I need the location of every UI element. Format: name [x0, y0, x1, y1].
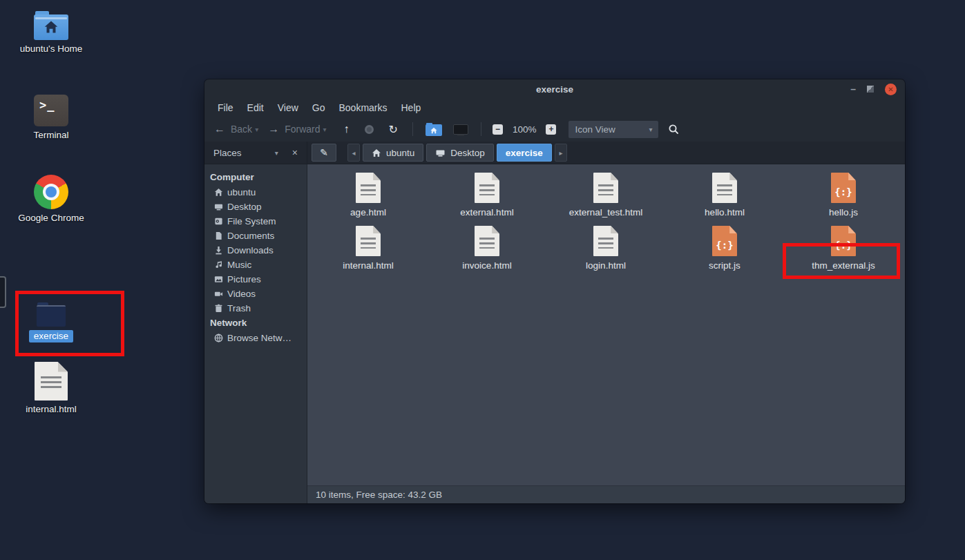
breadcrumb-desktop[interactable]: Desktop	[426, 144, 494, 162]
js-file-icon	[831, 226, 856, 256]
zoom-in-button[interactable]: +	[546, 124, 556, 135]
menu-help[interactable]: Help	[394, 100, 428, 115]
desktop-icon-label: ubuntu's Home	[20, 44, 82, 54]
desktop-icon-terminal[interactable]: >_ Terminal	[9, 95, 93, 140]
file-item[interactable]: hello.html	[665, 168, 784, 221]
sidebar-section-computer: Computer	[204, 170, 307, 185]
html-file-icon	[475, 173, 499, 203]
file-item[interactable]: hello.js	[784, 168, 903, 221]
search-icon[interactable]	[668, 124, 679, 135]
up-directory-icon[interactable]: ↑	[344, 123, 350, 135]
back-button-label[interactable]: Back	[231, 124, 252, 135]
places-close-icon[interactable]: ×	[292, 148, 298, 157]
back-history-caret-icon[interactable]: ▾	[255, 126, 258, 133]
desktop-icon-exercise-folder[interactable]: exercise	[9, 302, 93, 342]
home-folder-button[interactable]	[426, 123, 442, 136]
js-file-icon	[712, 226, 737, 256]
sidebar-item-desktop[interactable]: Desktop	[204, 200, 307, 214]
file-item[interactable]: invoice.html	[428, 221, 546, 274]
desktop-button[interactable]	[453, 124, 468, 135]
menu-go[interactable]: Go	[305, 100, 332, 115]
view-mode-value: Icon View	[575, 124, 615, 135]
places-dropdown-caret-icon[interactable]: ▾	[275, 149, 278, 157]
html-file-icon	[593, 226, 618, 256]
forward-history-caret-icon[interactable]: ▾	[323, 126, 327, 133]
screen-edge-artifact	[0, 276, 6, 308]
refresh-icon[interactable]: ↻	[389, 123, 398, 136]
forward-button-label[interactable]: Forward	[285, 124, 320, 135]
zoom-out-button[interactable]: −	[493, 124, 503, 135]
desktop-icon-label: Google Chrome	[18, 213, 84, 223]
minimize-button[interactable]: –	[850, 86, 856, 93]
desktop-icon-google-chrome[interactable]: Google Chrome	[9, 175, 93, 223]
sidebar-item-browse-network[interactable]: Browse Netw…	[204, 331, 307, 345]
places-header: Places ▾ ×	[204, 142, 307, 164]
js-file-icon	[831, 173, 856, 203]
sidebar-item-file-system[interactable]: File System	[204, 214, 307, 229]
html-file-icon	[356, 173, 381, 203]
menu-file[interactable]: File	[211, 100, 240, 115]
file-pane[interactable]: age.html external.html external_test.htm…	[307, 164, 905, 485]
desktop-icon	[435, 148, 446, 157]
home-icon	[214, 188, 223, 197]
toolbar: ← Back ▾ → Forward ▾ ↑ ↻ − 100% + Icon V…	[204, 117, 905, 142]
breadcrumb-exercise-current[interactable]: exercise	[497, 144, 552, 162]
chrome-icon	[34, 175, 68, 209]
sidebar-item-music[interactable]: Music	[204, 258, 307, 272]
sidebar-item-ubuntu[interactable]: ubuntu	[204, 185, 307, 200]
sidebar-item-downloads[interactable]: Downloads	[204, 243, 307, 258]
home-folder-icon	[34, 11, 68, 40]
terminal-icon: >_	[34, 95, 68, 126]
breadcrumb-scroll-left-button[interactable]: ◂	[347, 144, 360, 162]
window-title: exercise	[204, 84, 905, 95]
sidebar-section-network: Network	[204, 316, 307, 331]
back-arrow-icon[interactable]: ←	[214, 123, 225, 135]
places-sidebar: Computer ubuntu Desktop File System Docu…	[204, 164, 307, 503]
desktop-icon-label: internal.html	[26, 404, 77, 414]
zoom-level: 100%	[513, 124, 537, 135]
edit-path-button[interactable]: ✎	[312, 144, 336, 162]
sidebar-item-pictures[interactable]: Pictures	[204, 272, 307, 287]
menu-view[interactable]: View	[271, 100, 305, 115]
desktop-icon-ubuntus-home[interactable]: ubuntu's Home	[9, 11, 93, 54]
desktop-icon-internal-html[interactable]: internal.html	[9, 362, 93, 414]
maximize-button[interactable]	[867, 86, 874, 93]
pencil-icon: ✎	[320, 147, 328, 158]
chevron-down-icon: ▾	[649, 126, 652, 133]
breadcrumb: ✎ ◂ ubuntu Desktop exercise ▸	[307, 142, 905, 164]
breadcrumb-ubuntu[interactable]: ubuntu	[363, 144, 423, 162]
view-mode-select[interactable]: Icon View ▾	[569, 121, 658, 138]
folder-icon	[37, 302, 66, 327]
drive-icon	[214, 217, 223, 226]
stop-icon[interactable]	[365, 125, 374, 134]
places-header-label: Places	[213, 148, 242, 158]
file-item[interactable]: age.html	[309, 168, 428, 221]
video-icon	[214, 289, 223, 298]
window-titlebar[interactable]: exercise – ✕	[204, 79, 905, 99]
file-item[interactable]: login.html	[546, 221, 665, 274]
file-item-thm-external-js[interactable]: thm_external.js	[784, 221, 903, 274]
file-item[interactable]: script.js	[665, 221, 784, 274]
breadcrumb-scroll-right-button[interactable]: ▸	[555, 144, 567, 162]
download-icon	[214, 246, 223, 255]
html-file-icon	[712, 173, 737, 203]
close-button[interactable]: ✕	[885, 84, 897, 95]
html-file-icon	[356, 226, 381, 256]
status-text: 10 items, Free space: 43.2 GB	[316, 490, 442, 500]
sidebar-item-trash[interactable]: Trash	[204, 301, 307, 316]
desktop-icon-label-selected: exercise	[29, 330, 73, 342]
desktop-icon	[214, 202, 223, 211]
sidebar-item-documents[interactable]: Documents	[204, 229, 307, 243]
file-item[interactable]: internal.html	[309, 221, 428, 274]
toolbar-separator	[481, 122, 481, 136]
html-file-icon	[593, 173, 618, 203]
menu-edit[interactable]: Edit	[240, 100, 271, 115]
sidebar-item-videos[interactable]: Videos	[204, 287, 307, 301]
path-row: Places ▾ × ✎ ◂ ubuntu Desktop exercise ▸	[204, 142, 905, 164]
file-item[interactable]: external_test.html	[546, 168, 665, 221]
forward-arrow-icon[interactable]: →	[268, 123, 279, 135]
file-item[interactable]: external.html	[428, 168, 546, 221]
toolbar-separator	[412, 122, 413, 136]
menu-bookmarks[interactable]: Bookmarks	[332, 100, 394, 115]
trash-icon	[214, 304, 223, 313]
